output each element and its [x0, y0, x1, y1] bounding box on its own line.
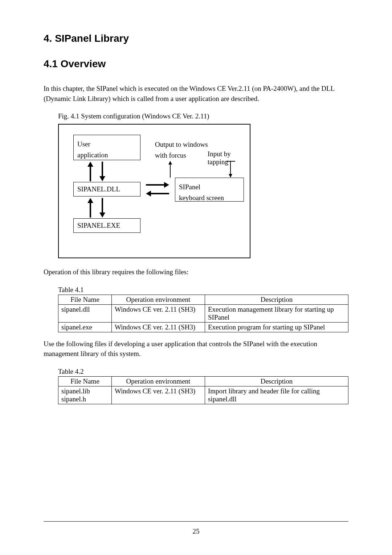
page: 4. SIPanel Library 4.1 Overview In this … — [0, 0, 392, 555]
table1: File Name Operation environment Descript… — [58, 295, 348, 332]
table2-r0-file-l2: sipanel.h — [61, 395, 109, 403]
table1-header-file: File Name — [58, 295, 112, 304]
table1-header-desc: Description — [205, 295, 348, 304]
table1-r1-file: sipanel.exe — [58, 322, 112, 332]
table2-r0-desc: Import library and header file for calli… — [205, 386, 348, 404]
paragraph-requires-files: Operation of this library requires the f… — [44, 267, 348, 277]
table1-r1-desc: Execution program for starting up SIPane… — [205, 322, 348, 332]
box-sipanel-dll-label: SIPANEL.DLL — [77, 185, 120, 193]
chapter-heading: 4. SIPanel Library — [44, 33, 348, 44]
footer-rule — [44, 521, 348, 522]
table2: File Name Operation environment Descript… — [58, 376, 348, 404]
table-row: sipanel.exe Windows CE ver. 2.11 (SH3) E… — [58, 322, 348, 332]
label-output-to-windows: Output to windows with forcus — [155, 139, 208, 161]
table2-caption: Table 4.2 — [58, 368, 348, 376]
box-sipanel-dll: SIPANEL.DLL — [73, 182, 140, 197]
box-sipanel-keyboard-line2: keyboard screen — [179, 193, 240, 203]
label-input-by-tapping: Input by tapping — [208, 150, 250, 166]
box-user-application-line2: application — [77, 150, 136, 161]
figure-caption: Fig. 4.1 System configuration (Windows C… — [58, 112, 348, 120]
table2-header-env: Operation environment — [112, 376, 205, 386]
table2-r0-env: Windows CE ver. 2.11 (SH3) — [112, 386, 205, 404]
table2-header-file: File Name — [58, 376, 112, 386]
box-sipanel-keyboard: SIPanel keyboard screen — [175, 178, 244, 202]
table-header-row: File Name Operation environment Descript… — [58, 376, 348, 386]
table-header-row: File Name Operation environment Descript… — [58, 295, 348, 304]
table2-r0-file: sipanel.lib sipanel.h — [58, 386, 112, 404]
table-row: sipanel.dll Windows CE ver. 2.11 (SH3) E… — [58, 304, 348, 322]
section-heading: 4.1 Overview — [44, 58, 348, 70]
table1-r0-file: sipanel.dll — [58, 304, 112, 322]
label-output-line2: with forcus — [155, 150, 208, 161]
table1-header-env: Operation environment — [112, 295, 205, 304]
intro-paragraph: In this chapter, the SIPanel which is ex… — [44, 84, 348, 104]
system-diagram: User application Output to windows with … — [58, 124, 250, 258]
table1-r0-desc: Execution management library for startin… — [205, 304, 348, 322]
table1-r1-env: Windows CE ver. 2.11 (SH3) — [112, 322, 205, 332]
table2-header-desc: Description — [205, 376, 348, 386]
paragraph-dev-files: Use the following files if developing a … — [44, 339, 348, 359]
figure: User application Output to windows with … — [58, 124, 348, 258]
table2-r0-file-l1: sipanel.lib — [61, 387, 109, 395]
box-user-application: User application — [73, 135, 140, 160]
table1-caption: Table 4.1 — [58, 286, 348, 294]
page-number: 25 — [0, 527, 392, 535]
box-user-application-line1: User — [77, 139, 136, 150]
box-sipanel-exe: SIPANEL.EXE — [73, 218, 140, 233]
table1-r0-env: Windows CE ver. 2.11 (SH3) — [112, 304, 205, 322]
box-sipanel-exe-label: SIPANEL.EXE — [77, 222, 120, 230]
label-output-line1: Output to windows — [155, 139, 208, 150]
box-sipanel-keyboard-line1: SIPanel — [179, 182, 240, 193]
